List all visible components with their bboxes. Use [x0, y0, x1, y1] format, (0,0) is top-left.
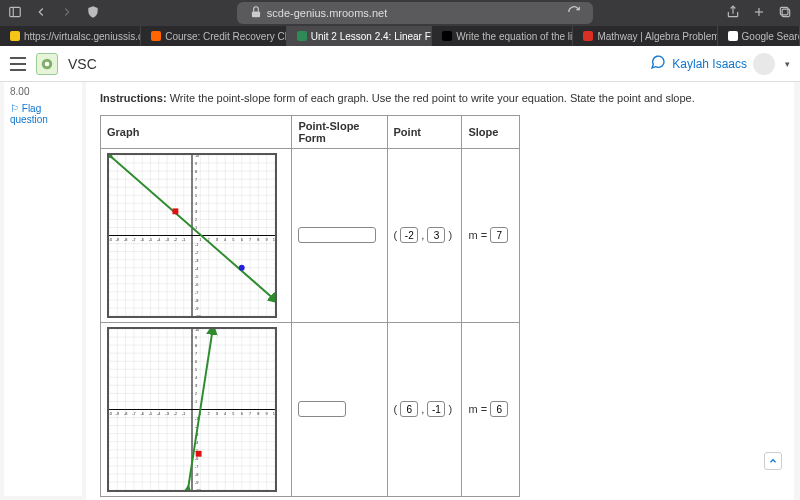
svg-text:7: 7 [249, 237, 251, 242]
svg-text:-6: -6 [141, 411, 144, 416]
svg-text:6: 6 [195, 359, 197, 364]
col-header-graph: Graph [101, 115, 292, 148]
svg-text:5: 5 [232, 411, 234, 416]
app-header: VSC Kaylah Isaacs ▾ [0, 46, 800, 82]
svg-text:2: 2 [208, 411, 210, 416]
tab-label: https://virtualsc.geniussis.com/... [24, 31, 141, 42]
browser-tab[interactable]: Course: Credit Recovery Chemi... [141, 26, 287, 46]
svg-rect-7 [780, 7, 788, 15]
point-x-input[interactable] [400, 227, 418, 243]
avatar[interactable] [753, 53, 775, 75]
tabs-overview-icon[interactable] [778, 5, 792, 22]
graph-plot: -10-10-9-9-8-8-7-7-6-6-5-5-4-4-3-3-2-2-1… [107, 153, 277, 318]
svg-text:1: 1 [199, 237, 201, 242]
sidebar-toggle-icon[interactable] [8, 5, 22, 22]
browser-tab[interactable]: Mathway | Algebra Problem Sol... [573, 26, 717, 46]
point-x-input[interactable] [400, 401, 418, 417]
svg-text:6: 6 [241, 411, 243, 416]
svg-text:5: 5 [232, 237, 234, 242]
browser-tab[interactable]: Unit 2 Lesson 2.4: Linear Functi... [287, 26, 433, 46]
slope-input[interactable] [490, 401, 508, 417]
browser-tab-bar: https://virtualsc.geniussis.com/...Cours… [0, 26, 800, 46]
svg-text:3: 3 [216, 237, 218, 242]
svg-text:4: 4 [224, 237, 227, 242]
point-slope-form-input[interactable] [298, 401, 346, 417]
tab-favicon-icon [10, 31, 20, 41]
svg-text:-2: -2 [174, 237, 177, 242]
svg-text:10: 10 [195, 329, 200, 332]
svg-text:-5: -5 [149, 411, 152, 416]
svg-text:-10: -10 [109, 411, 113, 416]
svg-text:8: 8 [257, 411, 259, 416]
instructions-text: Instructions: Write the point-slope form… [100, 90, 780, 107]
svg-text:9: 9 [195, 335, 197, 340]
col-header-point: Point [387, 115, 462, 148]
svg-text:-10: -10 [195, 487, 201, 489]
svg-rect-6 [782, 9, 790, 17]
svg-text:-4: -4 [157, 411, 161, 416]
lock-icon [249, 5, 263, 21]
user-menu-caret-icon[interactable]: ▾ [785, 59, 790, 69]
scroll-to-top-button[interactable] [764, 452, 782, 470]
tab-label: Course: Credit Recovery Chemi... [165, 31, 287, 42]
tab-label: Google Search [742, 31, 800, 42]
chat-icon[interactable] [650, 54, 666, 73]
svg-text:-4: -4 [157, 237, 161, 242]
svg-text:7: 7 [249, 411, 251, 416]
flag-question-link[interactable]: ⚐ Flag question [10, 103, 76, 125]
svg-text:-2: -2 [195, 249, 198, 254]
new-tab-icon[interactable] [752, 5, 766, 22]
svg-text:4: 4 [195, 375, 198, 380]
svg-text:3: 3 [216, 411, 218, 416]
browser-tab[interactable]: Write the equation of the line p... [432, 26, 573, 46]
svg-text:7: 7 [195, 177, 197, 182]
svg-text:10: 10 [273, 237, 275, 242]
browser-tab[interactable]: Google Search [718, 26, 800, 46]
svg-text:-1: -1 [195, 241, 198, 246]
svg-text:6: 6 [241, 237, 243, 242]
table-row: -10-10-9-9-8-8-7-7-6-6-5-5-4-4-3-3-2-2-1… [101, 148, 520, 322]
shield-icon[interactable] [86, 5, 100, 22]
tab-label: Mathway | Algebra Problem Sol... [597, 31, 717, 42]
svg-text:-9: -9 [195, 479, 198, 484]
tab-favicon-icon [728, 31, 738, 41]
svg-text:-5: -5 [149, 237, 152, 242]
hamburger-icon[interactable] [10, 57, 26, 71]
point-slope-form-input[interactable] [298, 227, 376, 243]
svg-text:-4: -4 [195, 265, 199, 270]
svg-text:9: 9 [195, 161, 197, 166]
svg-text:-5: -5 [195, 273, 198, 278]
share-icon[interactable] [726, 5, 740, 22]
forward-icon[interactable] [60, 5, 74, 22]
point-y-input[interactable] [427, 227, 445, 243]
svg-text:8: 8 [195, 169, 197, 174]
reload-icon[interactable] [567, 5, 581, 21]
address-bar[interactable]: scde-genius.mrooms.net [237, 2, 593, 24]
graph-plot: -10-10-9-9-8-8-7-7-6-6-5-5-4-4-3-3-2-2-1… [107, 327, 277, 492]
question-table: Graph Point-Slope Form Point Slope -10-1… [100, 115, 520, 497]
browser-tab[interactable]: https://virtualsc.geniussis.com/... [0, 26, 141, 46]
back-icon[interactable] [34, 5, 48, 22]
svg-text:2: 2 [195, 391, 197, 396]
svg-text:-8: -8 [195, 471, 198, 476]
svg-text:4: 4 [195, 201, 198, 206]
svg-text:-8: -8 [124, 411, 127, 416]
svg-text:3: 3 [195, 383, 197, 388]
tab-favicon-icon [583, 31, 593, 41]
slope-cell: m = [462, 322, 520, 496]
svg-text:-3: -3 [195, 257, 198, 262]
svg-rect-2 [252, 11, 260, 17]
point-y-input[interactable] [427, 401, 445, 417]
svg-text:-9: -9 [116, 411, 119, 416]
slope-input[interactable] [490, 227, 508, 243]
svg-text:-10: -10 [109, 237, 113, 242]
question-card: Instructions: Write the point-slope form… [86, 82, 794, 500]
svg-text:-8: -8 [124, 237, 127, 242]
browser-chrome-top: scde-genius.mrooms.net [0, 0, 800, 26]
svg-text:-3: -3 [165, 237, 168, 242]
svg-point-95 [239, 264, 245, 270]
user-name[interactable]: Kaylah Isaacs [672, 57, 747, 71]
svg-text:10: 10 [273, 411, 275, 416]
svg-rect-94 [172, 208, 178, 214]
svg-text:-6: -6 [195, 281, 198, 286]
